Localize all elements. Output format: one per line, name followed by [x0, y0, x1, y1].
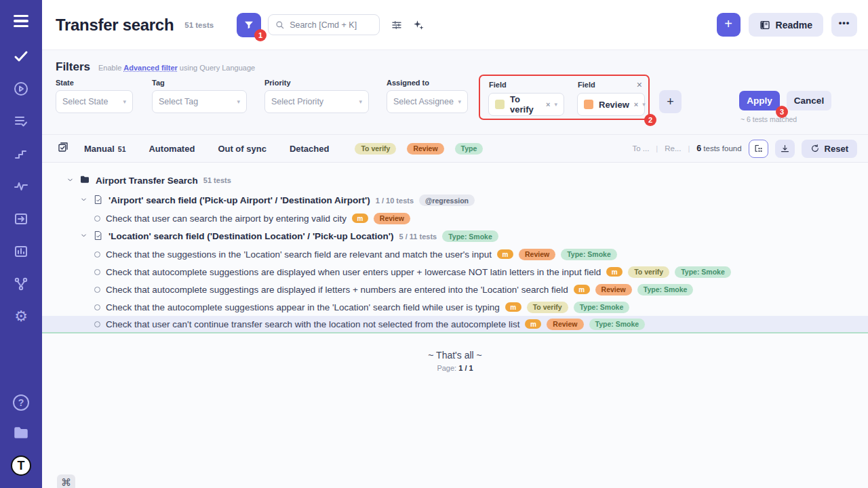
test-title[interactable]: Check that autocomplete suggestions are …	[106, 267, 601, 277]
cancel-button[interactable]: Cancel	[787, 91, 831, 110]
status-pill: Review	[519, 249, 555, 260]
import-icon[interactable]	[12, 210, 30, 228]
test-title[interactable]: Check that autocomplete suggestings are …	[106, 285, 568, 295]
remove-value-icon[interactable]: ×	[634, 100, 638, 108]
chevron-down-icon: ▾	[359, 98, 362, 105]
refresh-icon	[810, 144, 820, 153]
test-row-selected[interactable]: Check that user can't continue transfer …	[42, 316, 868, 333]
test-title[interactable]: Check that the suggestions in the 'Locat…	[106, 249, 492, 260]
filter-pill-type[interactable]: Type	[455, 143, 484, 155]
add-field-button[interactable]: +	[659, 90, 682, 113]
review-color-swatch	[584, 100, 593, 109]
reset-button[interactable]: Reset	[802, 140, 857, 158]
priority-filter: Priority Select Priority▾	[264, 79, 369, 113]
status-pill: To verify	[527, 302, 568, 313]
download-button[interactable]	[775, 140, 795, 158]
tab-detached[interactable]: Detached	[290, 144, 330, 154]
chevron-down-icon: ▾	[642, 101, 646, 108]
test-title[interactable]: Check that the autocomplete suggestions …	[106, 302, 500, 312]
thats-all-text: ~ That's all ~	[42, 350, 868, 361]
tests-count: 51 tests	[184, 21, 214, 29]
pulse-activity-icon[interactable]	[12, 178, 30, 195]
assignee-select[interactable]: Select Assignee▾	[387, 90, 468, 113]
test-row[interactable]: Check that autocomplete suggestings are …	[42, 281, 868, 298]
test-status-icon	[94, 321, 100, 327]
filter-funnel-button[interactable]: 1	[237, 13, 261, 37]
projects-folder-icon[interactable]	[12, 424, 30, 442]
test-title[interactable]: Check that user can't continue transfer …	[106, 319, 519, 329]
type-pill[interactable]: Type: Smoke	[442, 230, 498, 242]
state-select[interactable]: Select State▾	[56, 90, 133, 113]
tab-automated[interactable]: Automated	[149, 144, 195, 154]
test-row[interactable]: Check that autocomplete suggestions are …	[42, 263, 868, 281]
more-button[interactable]: •••	[831, 13, 857, 37]
tag-select[interactable]: Select Tag▾	[152, 90, 247, 113]
test-status-icon	[94, 216, 100, 222]
page-title: Transfer search	[56, 16, 174, 35]
filter-pill-review[interactable]: Review	[407, 143, 443, 155]
add-button[interactable]: +	[717, 13, 741, 37]
suite-name[interactable]: 'Airport' search field ('Pick-up Airport…	[108, 195, 370, 205]
custom-fields-highlight-box: Field To verify × ▾ Field Review × ▾ ×	[479, 75, 650, 120]
test-row[interactable]: Check that user can search the airport b…	[42, 209, 868, 227]
test-row[interactable]: Check that the autocomplete suggestions …	[42, 298, 868, 316]
suite-document-icon	[93, 230, 103, 243]
chevron-down-icon[interactable]	[80, 195, 87, 205]
field2-label: Field	[578, 81, 595, 89]
search-input[interactable]	[290, 20, 364, 30]
book-icon	[760, 20, 770, 30]
command-key-icon[interactable]: ⌘	[57, 474, 75, 488]
sidebar: ⚙ ? T	[0, 0, 42, 488]
tree-row-suite[interactable]: 'Location' search field ('Destination Lo…	[42, 227, 868, 245]
chevron-down-icon[interactable]	[80, 231, 87, 241]
gear-icon[interactable]: ⚙	[12, 308, 30, 325]
truncated-filter-1[interactable]: To ...	[632, 144, 649, 152]
tag-filter: Tag Select Tag▾	[152, 79, 247, 113]
chevron-down-icon: ▾	[458, 98, 461, 105]
apply-button[interactable]: Apply	[739, 91, 780, 110]
ai-sparkles-icon[interactable]	[412, 19, 425, 31]
tree-row-folder[interactable]: Airport Transfer Search 51 tests	[42, 172, 868, 188]
close-fields-icon[interactable]: ×	[637, 79, 642, 90]
type-pill: Type: Smoke	[574, 302, 630, 313]
priority-select[interactable]: Select Priority▾	[264, 90, 369, 113]
readme-button[interactable]: Readme	[749, 13, 823, 37]
help-icon[interactable]: ?	[13, 394, 29, 411]
search-icon	[275, 20, 285, 30]
tests-check-icon[interactable]	[12, 47, 30, 65]
filter-pill-toverify[interactable]: To verify	[355, 143, 396, 155]
manual-badge: m	[525, 319, 541, 329]
test-title[interactable]: Check that user can search the airport b…	[106, 214, 347, 224]
bulk-select-icon[interactable]	[57, 141, 69, 156]
plans-list-check-icon[interactable]	[12, 113, 30, 130]
tab-out-of-sync[interactable]: Out of sync	[218, 144, 267, 154]
folder-name[interactable]: Airport Transfer Search	[96, 176, 198, 186]
manual-badge: m	[505, 302, 521, 312]
logo[interactable]: T	[11, 455, 31, 476]
main-area: Transfer search 51 tests 1 + Readme •••	[42, 0, 868, 488]
test-row[interactable]: Check that the suggestions in the 'Locat…	[42, 245, 868, 263]
truncated-filter-2[interactable]: Re...	[665, 144, 681, 152]
tree-row-suite[interactable]: 'Airport' search field ('Pick-up Airport…	[42, 191, 868, 209]
advanced-filter-link[interactable]: Advanced filter	[123, 64, 177, 72]
chevron-down-icon[interactable]	[66, 176, 74, 186]
search-box[interactable]	[268, 14, 380, 35]
adjustments-icon[interactable]	[391, 19, 403, 31]
field1-select[interactable]: To verify × ▾	[488, 93, 564, 116]
steps-icon[interactable]	[12, 145, 30, 163]
tests-matched-text: ~ 6 tests matched	[741, 115, 797, 123]
tab-manual[interactable]: Manual51	[84, 144, 125, 154]
field2-select[interactable]: Review × ▾	[577, 93, 645, 116]
analytics-bar-chart-icon[interactable]	[12, 243, 30, 260]
field1-label: Field	[489, 81, 507, 89]
suite-name[interactable]: 'Location' search field ('Destination Lo…	[108, 231, 394, 241]
tag-pill[interactable]: @regression	[419, 195, 475, 206]
tests-tree: Airport Transfer Search 51 tests 'Airpor…	[42, 163, 868, 488]
menu-icon[interactable]	[0, 0, 42, 42]
branch-icon[interactable]	[12, 275, 30, 293]
tree-view-button[interactable]	[749, 140, 768, 158]
runs-play-circle-icon[interactable]	[12, 80, 30, 98]
page-indicator: Page: 1 / 1	[42, 364, 868, 372]
remove-value-icon[interactable]: ×	[546, 100, 550, 108]
chevron-down-icon: ▾	[237, 98, 240, 105]
